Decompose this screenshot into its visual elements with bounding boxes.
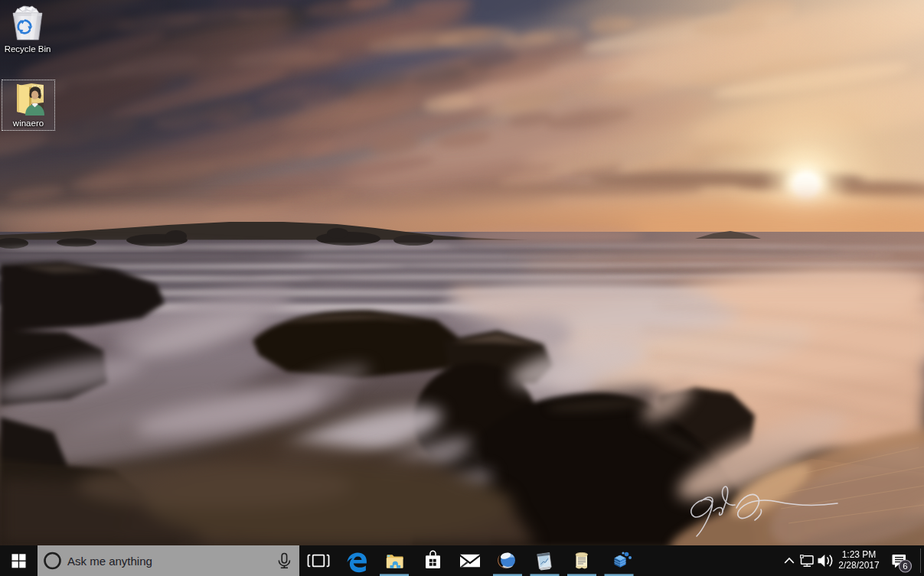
svg-text:6: 6 — [903, 561, 907, 571]
svg-text:Ask me anything: Ask me anything — [67, 555, 152, 568]
svg-text:2/28/2017: 2/28/2017 — [838, 560, 880, 571]
svg-text:1:23 PM: 1:23 PM — [842, 549, 877, 560]
